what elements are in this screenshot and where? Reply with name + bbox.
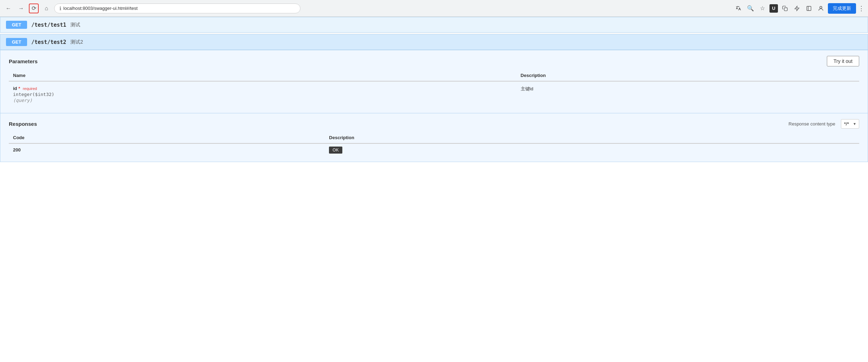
method-badge-get1: GET: [6, 21, 27, 29]
api-header-collapsed[interactable]: GET /test/test1 测试: [0, 17, 868, 32]
star-icon[interactable]: ☆: [758, 4, 767, 13]
responses-header-row: Code Description: [9, 132, 859, 143]
param-name: id: [13, 86, 17, 91]
profile-icon[interactable]: [816, 4, 826, 13]
extensions-icon[interactable]: [792, 4, 802, 13]
response-content-type-label: Response content type: [788, 121, 835, 127]
main-content: GET /test/test1 测试 GET /test/test2 测试2 P…: [0, 17, 868, 162]
response-code-cell: 200: [9, 143, 325, 156]
svg-rect-0: [784, 8, 787, 11]
param-desc-cell: 主键id: [517, 81, 859, 107]
required-label: required: [23, 86, 37, 91]
params-col-desc: Description: [517, 70, 859, 81]
response-code: 200: [13, 147, 21, 153]
responses-col-code: Code: [9, 132, 325, 143]
copy-icon[interactable]: [780, 4, 790, 13]
responses-col-desc: Description: [325, 132, 859, 143]
api-desc-2: 测试2: [70, 39, 83, 45]
parameters-section-header: Parameters Try it out: [9, 56, 859, 66]
method-badge-get2: GET: [6, 38, 27, 46]
ublock-icon[interactable]: U: [769, 4, 778, 13]
params-col-name: Name: [9, 70, 517, 81]
param-type: integer($int32): [13, 92, 512, 97]
api-expanded-panel: Parameters Try it out Name Description i: [0, 50, 868, 162]
try-it-out-button[interactable]: Try it out: [827, 56, 859, 66]
api-row-collapsed: GET /test/test1 测试: [0, 17, 868, 33]
table-row: 200 OK: [9, 143, 859, 156]
api-path-1: /test/test1: [31, 22, 66, 28]
zoom-icon[interactable]: 🔍: [746, 4, 755, 13]
browser-chrome: ← → ⟳ ⌂ ℹ localhost:8003/swagger-ui.html…: [0, 0, 868, 17]
response-desc-cell: OK: [325, 143, 859, 156]
three-dot-menu[interactable]: ⋮: [858, 5, 864, 12]
svg-point-3: [820, 6, 822, 8]
param-location: (query): [13, 98, 512, 103]
reload-button[interactable]: ⟳: [29, 4, 39, 13]
forward-button[interactable]: →: [16, 4, 26, 13]
param-name-cell: id * required integer($int32) (query): [9, 81, 517, 107]
translate-icon[interactable]: [734, 4, 743, 13]
select-wrapper: */*: [841, 119, 859, 129]
browser-tools: 🔍 ☆ U 完成更新 ⋮: [734, 3, 864, 14]
params-table: Name Description id * required integer($…: [9, 70, 859, 107]
api-desc-1: 测试: [70, 22, 80, 28]
response-content-type-select[interactable]: */*: [841, 119, 859, 129]
address-bar[interactable]: ℹ localhost:8003/swagger-ui.html#/test: [54, 4, 300, 13]
complete-update-button[interactable]: 完成更新: [828, 3, 856, 14]
required-star: *: [18, 86, 21, 91]
params-table-header-row: Name Description: [9, 70, 859, 81]
ok-badge: OK: [329, 147, 342, 154]
sidebar-icon[interactable]: [804, 4, 814, 13]
back-button[interactable]: ←: [4, 4, 13, 13]
api-header-expanded[interactable]: GET /test/test2 测试2: [0, 34, 868, 50]
response-content-type-wrapper: Response content type */*: [788, 119, 859, 129]
api-path-2: /test/test2: [31, 39, 66, 45]
home-button[interactable]: ⌂: [42, 4, 51, 13]
parameters-section: Parameters Try it out Name Description i: [0, 50, 868, 113]
responses-section: Responses Response content type */* C: [0, 113, 868, 162]
svg-rect-1: [807, 6, 811, 11]
parameters-title: Parameters: [9, 58, 38, 64]
responses-header: Responses Response content type */*: [9, 119, 859, 129]
api-row-expanded: GET /test/test2 测试2 Parameters Try it ou…: [0, 34, 868, 162]
info-icon: ℹ: [59, 6, 61, 11]
responses-table: Code Description 200 OK: [9, 132, 859, 156]
url-text: localhost:8003/swagger-ui.html#/test: [63, 6, 138, 11]
param-description: 主键id: [521, 86, 533, 91]
responses-title: Responses: [9, 121, 37, 127]
table-row: id * required integer($int32) (query) 主键…: [9, 81, 859, 107]
